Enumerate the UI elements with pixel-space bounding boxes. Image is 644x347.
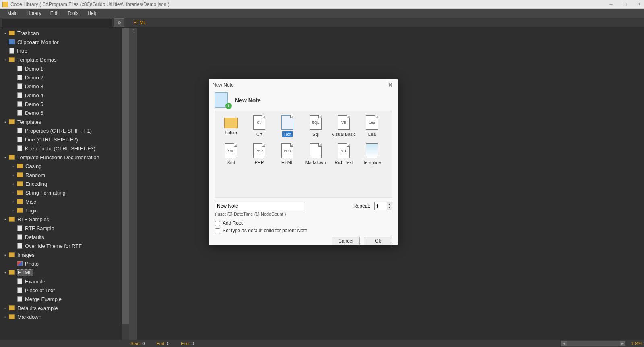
tree-item-label: Demo 6 — [24, 110, 44, 116]
tree-item[interactable]: Demo 6 — [0, 108, 122, 117]
type-option[interactable]: SQLSql — [301, 114, 330, 142]
expand-icon[interactable]: ▫ — [10, 173, 16, 177]
file-icon: C# — [253, 115, 265, 130]
tree-item[interactable]: Intro — [0, 46, 122, 55]
collapse-icon[interactable]: ▪ — [2, 217, 8, 222]
horizontal-scrollbar[interactable]: ◄► — [561, 341, 625, 346]
zoom-level[interactable]: 104% — [631, 341, 642, 346]
tree-item[interactable]: ▫Random — [0, 170, 122, 179]
tree-item[interactable]: ▫Defaults example — [0, 303, 122, 312]
menu-help[interactable]: Help — [83, 10, 101, 17]
collapse-icon[interactable]: ▪ — [2, 31, 8, 35]
type-option[interactable]: Folder — [217, 114, 245, 142]
expand-icon[interactable]: ▫ — [10, 164, 16, 168]
tree-item-label: Templates — [17, 118, 42, 125]
tree-item[interactable]: Demo 1 — [0, 64, 122, 73]
type-option[interactable]: Text — [273, 114, 301, 142]
repeat-spinner[interactable]: ▲▼ — [374, 202, 392, 210]
menu-main[interactable]: Main — [3, 10, 22, 17]
type-option[interactable]: HtmHTML — [273, 142, 301, 170]
tree-item[interactable]: ▪Images — [0, 250, 122, 259]
tree-item[interactable]: Demo 5 — [0, 100, 122, 108]
type-label: Text — [282, 131, 293, 137]
type-option[interactable]: LuaLua — [358, 114, 386, 142]
tree-item[interactable]: ▪Templates — [0, 117, 122, 126]
tree-item[interactable]: ▪Template Demos — [0, 55, 122, 64]
type-option[interactable]: PHPPHP — [245, 142, 273, 170]
close-button[interactable]: ✕ — [635, 1, 642, 8]
note-name-input[interactable] — [215, 202, 303, 210]
type-option[interactable]: Markdown — [301, 142, 330, 170]
tree-item[interactable]: ▪Template Functions Documentation — [0, 153, 122, 162]
editor-tab[interactable]: HTML — [130, 18, 150, 27]
type-label: Sql — [311, 131, 320, 137]
tree-item[interactable]: ▫String Formatting — [0, 188, 122, 197]
tree-item[interactable]: Clipboard Monitor — [0, 37, 122, 46]
tree-item[interactable]: ▫Markdown — [0, 312, 122, 321]
tree-item-label: Trashcan — [17, 30, 40, 37]
tree-item[interactable]: Defaults — [0, 233, 122, 241]
tree-item[interactable]: ▫Encoding — [0, 179, 122, 188]
tree-item[interactable]: Demo 2 — [0, 73, 122, 82]
type-option[interactable]: VBVisual Basic — [330, 114, 358, 142]
tree-item[interactable]: RTF Sample — [0, 224, 122, 233]
folder-icon — [17, 164, 23, 168]
tree-item[interactable]: Example — [0, 277, 122, 286]
maximize-button[interactable]: ▢ — [621, 1, 628, 8]
tree-item[interactable]: Keep public (CTRL-SHIFT-F3) — [0, 144, 122, 153]
menu-library[interactable]: Library — [23, 10, 45, 17]
tree-item[interactable]: ▪RTF Samples — [0, 215, 122, 224]
collapse-icon[interactable]: ▪ — [2, 120, 8, 124]
settings-button[interactable]: ⚙ — [114, 18, 124, 27]
tree-item[interactable]: ▫Casing — [0, 162, 122, 170]
expand-icon[interactable]: ▫ — [10, 208, 16, 213]
tree-item[interactable]: Override Theme for RTF — [0, 241, 122, 250]
tree-item[interactable]: Photo — [0, 259, 122, 268]
type-label: Template — [362, 160, 382, 165]
tree-item[interactable]: Properties (CTRL-SHIFT-F1) — [0, 126, 122, 135]
expand-icon[interactable]: ▫ — [2, 306, 8, 310]
ok-button[interactable]: Ok — [364, 237, 392, 245]
type-option[interactable]: Template — [358, 142, 386, 170]
tree-item[interactable]: Demo 4 — [0, 91, 122, 100]
tree-item[interactable]: Merge Example — [0, 295, 122, 303]
file-icon: Lua — [366, 115, 378, 130]
menu-tools[interactable]: Tools — [63, 10, 83, 17]
check-add-root[interactable]: Add Root — [215, 220, 392, 226]
collapse-icon[interactable]: ▪ — [2, 58, 8, 62]
expand-icon[interactable]: ▫ — [2, 315, 8, 319]
type-option[interactable]: XMLXml — [217, 142, 245, 170]
collapse-icon[interactable]: ▪ — [2, 270, 8, 275]
type-label: C# — [255, 131, 263, 137]
type-option[interactable]: RTFRich Text — [330, 142, 358, 170]
dialog-close-button[interactable]: ✕ — [386, 81, 394, 89]
type-option[interactable]: C#C# — [245, 114, 273, 142]
repeat-input[interactable] — [375, 202, 387, 210]
menu-edit[interactable]: Edit — [46, 10, 63, 17]
tree-item[interactable]: ▫Misc — [0, 197, 122, 206]
cancel-button[interactable]: Cancel — [332, 237, 360, 245]
tree-item[interactable]: Demo 3 — [0, 82, 122, 91]
folder-icon — [17, 181, 23, 186]
minimize-button[interactable]: ─ — [608, 1, 614, 8]
expand-icon[interactable]: ▫ — [10, 199, 16, 204]
spin-down[interactable]: ▼ — [387, 206, 392, 210]
folder-icon — [9, 155, 15, 160]
expand-icon[interactable]: ▫ — [10, 191, 16, 195]
check-default-type[interactable]: Set type as default child for parent Not… — [215, 228, 392, 233]
tree-item[interactable]: ▪Trashcan — [0, 29, 122, 37]
expand-icon[interactable]: ▫ — [10, 182, 16, 186]
folder-icon — [9, 119, 15, 124]
collapse-icon[interactable]: ▪ — [2, 155, 8, 160]
template-icon — [366, 143, 378, 158]
tree-item-label: Photo — [24, 260, 39, 267]
tree-item-label: Merge Example — [24, 296, 62, 303]
collapse-icon[interactable]: ▪ — [2, 253, 8, 257]
tree-item[interactable]: Line (CTRL-SHIFT-F2) — [0, 135, 122, 144]
search-input[interactable] — [2, 19, 112, 27]
tree-item[interactable]: ▫Logic — [0, 206, 122, 215]
tree-item[interactable]: ▪HTML — [0, 268, 122, 277]
spin-up[interactable]: ▲ — [387, 202, 392, 206]
tree-item[interactable]: Piece of Text — [0, 286, 122, 295]
sidebar-scrollbar[interactable] — [122, 28, 129, 340]
